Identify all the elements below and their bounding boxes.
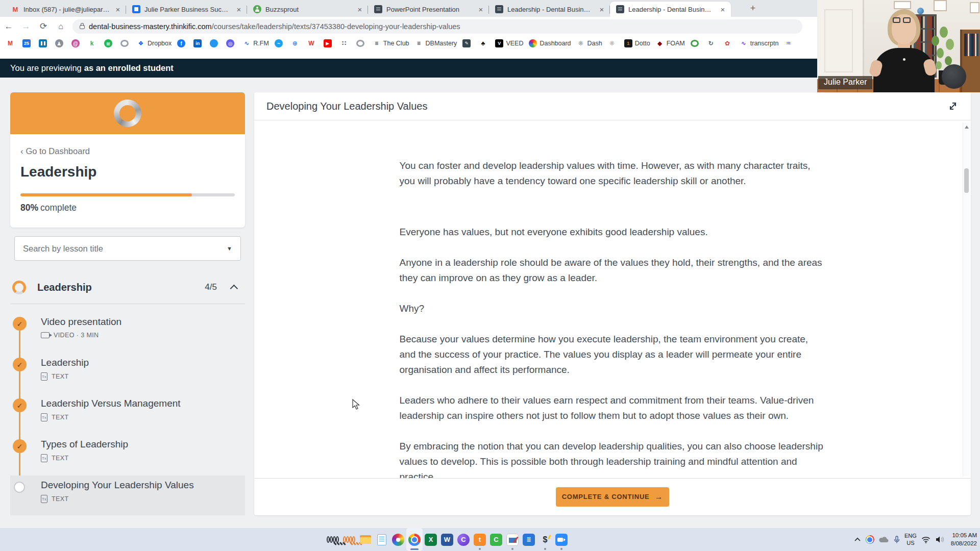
file-explorer-icon[interactable] xyxy=(357,528,374,551)
camtasia-icon[interactable]: C xyxy=(488,528,504,551)
bookmark-wave[interactable]: ♒ xyxy=(784,39,795,47)
lesson-paragraph: Everyone has values, but not everyone ex… xyxy=(400,224,826,240)
lesson-video-presentation[interactable]: Video presentation VIDEO · 3 MIN xyxy=(10,312,245,353)
bookmark-the-club[interactable]: ≡ The Club xyxy=(373,39,409,47)
bookmark-sparkle[interactable]: ❋ xyxy=(608,39,619,47)
circle-app-icon[interactable]: C xyxy=(455,528,472,551)
bookmark-globe[interactable]: ⊕ xyxy=(291,39,302,47)
bookmark-buzzsprout[interactable]: ♟ xyxy=(55,39,66,47)
bookmark-pencil[interactable]: ✎ xyxy=(462,39,473,47)
bookmark-dropbox[interactable]: ❖ Dropbox xyxy=(137,39,172,47)
url-bar[interactable]: dental-business-mastery.thinkific.com/co… xyxy=(72,19,802,34)
bookmark-at[interactable]: @ xyxy=(71,39,82,47)
tab-calendar[interactable]: Julie Parker Business Success – C × xyxy=(126,2,247,17)
scroll-up-arrow-icon[interactable] xyxy=(965,126,969,129)
lesson-title: Developing Your Leadership Values xyxy=(41,480,245,491)
bookmark-youtube[interactable]: ▶ xyxy=(324,39,334,47)
bookmark-linkedin[interactable]: in xyxy=(193,39,204,47)
bookmark-foam[interactable]: ◆ FOAM xyxy=(656,39,685,47)
wifi-icon[interactable] xyxy=(921,536,930,543)
bookmark-gmail[interactable]: M xyxy=(6,39,17,47)
tab-close-icon[interactable]: × xyxy=(356,5,364,14)
bookmark-dots[interactable]: ∷ xyxy=(340,39,351,47)
bookmark-veed[interactable]: V VEED xyxy=(495,39,523,47)
bookmark-favicon: k xyxy=(88,39,96,47)
lesson-search-dropdown[interactable]: Search by lesson title ▼ xyxy=(14,236,241,261)
tab-close-icon[interactable]: × xyxy=(598,5,606,14)
tab-close-icon[interactable]: × xyxy=(235,5,243,14)
content-scrollbar[interactable] xyxy=(963,122,970,476)
bookmark-kajabi[interactable]: k xyxy=(88,39,99,47)
bookmark-dash[interactable]: ❋ Dash xyxy=(577,39,602,47)
banner-text-bold: as an enrolled student xyxy=(84,63,174,73)
bookmark-loop[interactable]: ↻ xyxy=(707,39,718,47)
bookmark-ring[interactable] xyxy=(120,40,131,47)
thinkific-icon[interactable]: t xyxy=(472,528,488,551)
lesson-types-of-leadership[interactable]: Types of Leadership TEXT xyxy=(10,435,245,475)
expand-icon[interactable] xyxy=(947,101,959,112)
bookmark-facebook[interactable]: f xyxy=(177,39,188,47)
scrollbar-thumb[interactable] xyxy=(964,168,969,193)
bookmark-transcrptn[interactable]: ∿ transcrptn xyxy=(740,39,779,47)
tab-buzzsprout[interactable]: Buzzsprout × xyxy=(247,2,368,17)
bookmark-lifebuoy[interactable] xyxy=(356,40,367,47)
search-icon[interactable] xyxy=(325,528,341,551)
bookmark-rfm[interactable]: ∿ R.FM xyxy=(242,39,269,47)
lesson-leadership[interactable]: Leadership TEXT xyxy=(10,353,245,394)
lesson-developing-your-leadership-values[interactable]: Developing Your Leadership Values TEXT xyxy=(10,475,245,515)
tab-leadership-1[interactable]: Leadership - Dental Business Ma × xyxy=(489,2,610,17)
bookmark-green-ring[interactable] xyxy=(691,40,701,47)
microphone-tray-icon[interactable] xyxy=(894,536,900,544)
search-orange-icon[interactable] xyxy=(341,528,357,551)
paint-icon[interactable] xyxy=(390,528,406,551)
zoom-app-icon[interactable] xyxy=(553,528,570,551)
progress-word: complete xyxy=(40,203,77,213)
bookmark-favicon xyxy=(691,40,699,47)
course-sidebar: Go to Dashboard Leadership 80%complete S… xyxy=(10,92,245,515)
home-icon[interactable]: ⌂ xyxy=(52,22,69,31)
onedrive-cloud-icon[interactable] xyxy=(879,536,889,543)
word-icon[interactable]: W xyxy=(439,528,455,551)
clock[interactable]: 10:05 AM 8/08/2022 xyxy=(951,532,977,547)
excel-icon[interactable]: X xyxy=(423,528,439,551)
bookmark-w[interactable]: W xyxy=(307,39,318,47)
reload-icon[interactable]: ⟳ xyxy=(35,21,52,32)
tab-close-icon[interactable]: × xyxy=(114,5,122,14)
bookmark-dotto[interactable]: 1 Dotto xyxy=(624,39,650,47)
bookmark-dashboard[interactable]: Dashboard xyxy=(529,39,571,47)
section-header[interactable]: Leadership 4/5 xyxy=(10,276,245,298)
new-tab-button[interactable]: + xyxy=(746,1,760,15)
snagit-icon[interactable] xyxy=(504,528,521,551)
tray-chevron-up-icon[interactable] xyxy=(854,537,861,542)
url-path: /courses/take/leadership/texts/37453380-… xyxy=(212,22,460,31)
tab-close-icon[interactable]: × xyxy=(719,5,727,14)
bookmark-loom[interactable]: ◎ xyxy=(226,39,237,47)
bookmark-twitter[interactable]: ~ xyxy=(275,39,285,47)
tab-leadership-active[interactable]: Leadership - Dental Business Ma × xyxy=(610,2,731,17)
bookmark-blue-circle[interactable] xyxy=(210,39,220,47)
back-icon[interactable]: ← xyxy=(0,21,17,32)
bookmark-clover[interactable]: ♣ xyxy=(479,39,489,47)
tray-chrome-icon[interactable] xyxy=(866,535,874,544)
lesson-leadership-versus-management[interactable]: Leadership Versus Management TEXT xyxy=(10,394,245,435)
bookmark-dbmastery[interactable]: ≡ DBMastery xyxy=(415,39,457,47)
tab-inbox[interactable]: M Inbox (587) - julie@julieparkerpr × xyxy=(5,2,126,17)
bookmark-spotify[interactable]: ≋ xyxy=(104,39,115,47)
forward-icon[interactable]: → xyxy=(17,21,35,32)
bookmark-favicon: ≡ xyxy=(373,39,381,47)
streamlabs-icon[interactable]: $ xyxy=(537,528,553,551)
bookmark-trello[interactable] xyxy=(39,39,50,47)
tab-close-icon[interactable]: × xyxy=(477,5,485,14)
bookmark-flower[interactable]: ✿ xyxy=(723,39,734,47)
start-icon[interactable] xyxy=(308,528,325,551)
language-indicator[interactable]: ENG US xyxy=(904,533,917,547)
complete-continue-button[interactable]: COMPLETE & CONTINUE → xyxy=(556,487,669,507)
chrome-icon[interactable] xyxy=(406,528,423,551)
bookmark-calendar[interactable]: 25 xyxy=(22,39,33,47)
tab-powerpoint[interactable]: PowerPoint Presentation × xyxy=(368,2,489,17)
go-to-dashboard-link[interactable]: Go to Dashboard xyxy=(20,146,235,157)
clipboard-app-icon[interactable]: ≣ xyxy=(521,528,537,551)
presenter xyxy=(868,5,940,92)
notepad-icon[interactable] xyxy=(374,528,390,551)
speaker-icon[interactable] xyxy=(935,536,945,543)
